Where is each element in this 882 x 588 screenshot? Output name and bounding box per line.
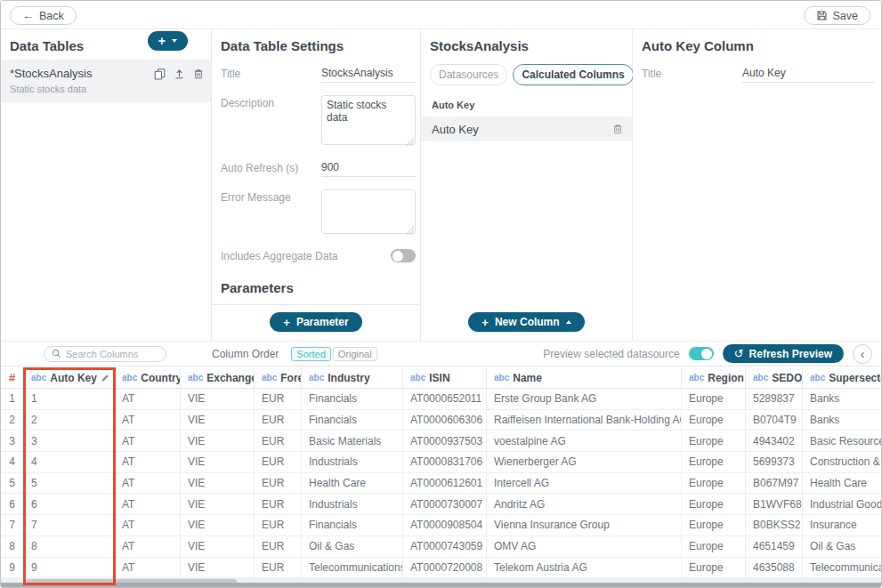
refresh-icon: ↺ <box>734 347 744 360</box>
calculated-column-item[interactable]: Auto Key <box>421 117 632 141</box>
row-number-cell: 2 <box>1 410 24 431</box>
column-title-label: Title <box>642 66 742 83</box>
table-cell: OMV AG <box>487 536 682 558</box>
title-label: Title <box>221 66 321 83</box>
column-header--[interactable]: # <box>1 367 24 389</box>
tab-calculated-columns[interactable]: Calculated Columns <box>513 64 633 85</box>
toggle-knob <box>392 251 403 262</box>
data-table-settings-panel: Data Table Settings Title Description St… <box>212 29 421 341</box>
table-cell: 4635088 <box>746 558 803 579</box>
table-cell: 5 <box>24 473 115 495</box>
toggle-knob <box>701 349 712 359</box>
column-header-label: Auto Key <box>50 372 97 384</box>
tab-datasources[interactable]: Datasources <box>430 64 507 85</box>
refresh-preview-label: Refresh Preview <box>749 348 832 360</box>
plus-icon: + <box>158 35 166 47</box>
chevron-left-icon: ‹ <box>861 347 865 361</box>
add-data-table-button[interactable]: + <box>148 31 188 51</box>
column-header-supersector[interactable]: abcSupersector <box>803 367 882 389</box>
save-button[interactable]: Save <box>804 6 871 25</box>
table-cell: Europe <box>682 389 746 410</box>
table-cell: AT <box>115 389 181 410</box>
table-cell: Financials <box>302 389 403 410</box>
data-table-list-item[interactable]: *StocksAnalysis Static stocks data <box>1 60 211 102</box>
table-cell: EUR <box>255 431 302 452</box>
search-columns-input[interactable] <box>66 349 155 359</box>
column-header-label: Country <box>141 372 181 384</box>
table-cell: VIE <box>181 410 255 431</box>
save-icon <box>816 10 828 21</box>
order-option-original[interactable]: Original <box>333 347 377 361</box>
table-cell: AT <box>115 536 181 558</box>
column-header-label: ISIN <box>429 372 449 384</box>
column-header-label: Industry <box>328 372 369 384</box>
column-type-abc-badge: abc <box>810 373 825 383</box>
table-cell: Oil & Gas <box>302 536 403 558</box>
table-cell: Vienna Insurance Group <box>487 515 682 536</box>
table-cell: EUR <box>255 389 302 410</box>
delete-icon[interactable] <box>193 68 204 80</box>
table-cell: B0BKSS2 <box>746 515 803 536</box>
preview-datasource-toggle[interactable] <box>689 347 714 360</box>
column-header-region[interactable]: abcRegion <box>682 367 746 389</box>
row-number-cell: 1 <box>1 389 24 410</box>
search-columns-box[interactable] <box>44 346 166 362</box>
auto-key-panel-title: Auto Key Column <box>633 29 882 53</box>
table-body: 11ATVIEEURFinancialsAT0000652011Erste Gr… <box>1 389 882 578</box>
table-cell: AT0000937503 <box>403 431 487 452</box>
table-cell: EUR <box>255 536 302 558</box>
table-cell: Erste Group Bank AG <box>487 389 682 410</box>
search-icon <box>52 349 61 358</box>
upload-icon[interactable] <box>174 68 185 80</box>
new-column-button[interactable]: + New Column <box>468 312 584 332</box>
add-parameter-button[interactable]: + Parameter <box>270 312 361 332</box>
copy-icon[interactable] <box>154 68 166 80</box>
column-type-abc-badge: abc <box>494 373 509 383</box>
table-cell: Health Care <box>803 473 882 495</box>
error-message-textarea[interactable] <box>321 189 416 234</box>
column-header-label: Forex <box>280 372 302 384</box>
row-number-cell: 3 <box>1 431 24 452</box>
table-cell: EUR <box>255 515 302 536</box>
order-option-sorted[interactable]: Sorted <box>291 347 330 361</box>
column-type-abc-badge: abc <box>31 373 46 383</box>
new-column-label: New Column <box>495 316 560 328</box>
title-input[interactable] <box>321 66 416 83</box>
column-header-auto-key[interactable]: abcAuto Key <box>24 367 115 389</box>
table-cell: Europe <box>682 452 746 473</box>
table-cell: AT <box>115 515 181 536</box>
column-header-exchange[interactable]: abcExchange <box>181 367 255 389</box>
table-cell: AT <box>115 410 181 431</box>
column-header-sedol[interactable]: abcSEDOL <box>746 367 803 389</box>
refresh-preview-button[interactable]: ↺ Refresh Preview <box>723 344 844 363</box>
table-cell: voestalpine AG <box>487 431 682 452</box>
back-arrow-icon: ← <box>22 9 34 22</box>
column-order-switch: Sorted Original <box>291 347 376 361</box>
back-button[interactable]: ← Back <box>10 6 77 25</box>
aggregate-data-toggle[interactable] <box>391 249 416 262</box>
table-row: 22ATVIEEURFinancialsAT0000606306Raiffeis… <box>1 410 882 431</box>
table-cell: VIE <box>181 473 255 495</box>
column-header-name[interactable]: abcName <box>487 367 682 389</box>
column-type-abc-badge: abc <box>410 373 425 383</box>
caret-down-icon <box>172 39 177 43</box>
column-header-label: SEDOL <box>772 372 803 384</box>
table-header-row: #abcAuto KeyabcCountryabcExchangeabcFore… <box>1 367 882 389</box>
auto-refresh-input[interactable] <box>321 160 416 177</box>
table-cell: EUR <box>255 558 302 579</box>
description-textarea[interactable]: Static stocks data <box>321 95 416 145</box>
collapse-panel-button[interactable]: ‹ <box>853 344 872 364</box>
delete-icon[interactable] <box>612 123 623 135</box>
data-table-description: Static stocks data <box>10 84 204 94</box>
table-cell: AT <box>115 473 181 495</box>
column-title-input[interactable] <box>742 66 874 83</box>
table-cell: Andritz AG <box>487 494 682 515</box>
column-header-isin[interactable]: abcISIN <box>403 367 487 389</box>
table-cell: AT0000606306 <box>403 410 487 431</box>
column-header-forex[interactable]: abcForex <box>255 367 302 389</box>
column-header-country[interactable]: abcCountry <box>115 367 181 389</box>
table-row: 77ATVIEEURFinancialsAT0000908504Vienna I… <box>1 515 882 536</box>
column-type-abc-badge: abc <box>689 373 704 383</box>
column-header-industry[interactable]: abcIndustry <box>302 367 403 389</box>
table-cell: AT0000612601 <box>403 473 487 495</box>
